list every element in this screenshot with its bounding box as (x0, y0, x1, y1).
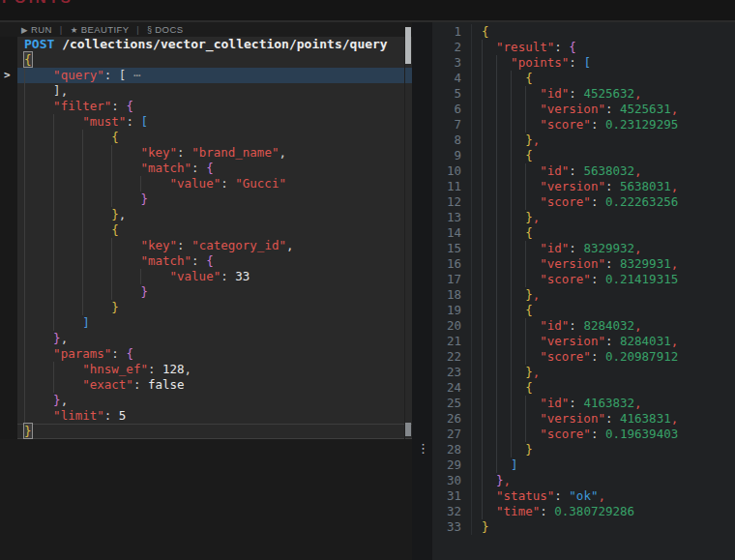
indent-guide (111, 176, 112, 192)
code-line[interactable]: { (17, 130, 412, 145)
indent-guide (525, 102, 526, 117)
response-line[interactable]: 29 ] (432, 457, 735, 473)
response-line[interactable]: 26 "version": 4163831, (432, 411, 735, 427)
response-line[interactable]: 32 "time": 0.380729286 (432, 504, 735, 519)
response-line[interactable]: 23 }, (432, 365, 735, 380)
line-number: 17 (432, 272, 461, 287)
response-line[interactable]: 6 "version": 4525631, (432, 102, 735, 117)
panel-splitter[interactable]: ⋮ (412, 22, 432, 560)
code-line[interactable]: } (17, 192, 412, 207)
response-line[interactable]: 27 "score": 0.19639403 (432, 427, 735, 442)
response-code-lines[interactable]: 1{2 "result": {3 "points": [4 {5 "id": 4… (432, 24, 735, 535)
code-line[interactable]: }, (17, 207, 412, 222)
response-line[interactable]: 22 "score": 0.20987912 (432, 349, 735, 365)
indent-guide (496, 303, 497, 318)
code-line[interactable]: } (17, 300, 412, 315)
fold-ellipsis[interactable]: ⋯ (133, 68, 141, 82)
response-line[interactable]: 19 { (432, 303, 735, 318)
splitter-drag-handle[interactable]: ⋮ (417, 441, 429, 456)
line-number: 22 (432, 349, 461, 365)
code-line[interactable]: } (17, 424, 412, 439)
indent-guide (511, 334, 512, 349)
response-line[interactable]: 28 } (432, 442, 735, 457)
code-token: : (111, 346, 126, 361)
code-line[interactable]: "key": "category_id", (17, 238, 412, 253)
line-number: 19 (432, 303, 461, 318)
code-line[interactable]: ] (17, 315, 412, 331)
response-line[interactable]: 14 { (432, 225, 735, 241)
indent-guide (496, 55, 497, 71)
response-line[interactable]: 11 "version": 5638031, (432, 179, 735, 194)
indent-guide (511, 411, 512, 427)
response-line[interactable]: 33} (432, 519, 735, 535)
code-line[interactable]: "key": "brand_name", (17, 145, 412, 161)
response-line[interactable]: 8 }, (432, 133, 735, 148)
response-line[interactable]: 9 { (432, 148, 735, 163)
line-number: 8 (432, 133, 461, 148)
response-line[interactable]: 21 "version": 8284031, (432, 334, 735, 349)
run-button[interactable]: ▶RUN (21, 24, 52, 35)
scrollbar-thumb[interactable] (405, 27, 411, 64)
code-token: : (605, 334, 620, 348)
indent-guide (511, 442, 512, 457)
toolbar-separator: | (136, 24, 139, 35)
beautify-button[interactable]: ★BEAUTIFY (71, 24, 130, 35)
indent-guide (482, 163, 483, 179)
code-line[interactable]: "value": 33 (17, 269, 412, 284)
code-token: "value" (170, 269, 221, 283)
code-line[interactable]: } (17, 284, 412, 300)
indent-guide (511, 179, 512, 194)
code-line[interactable]: "filter": { (17, 99, 412, 114)
indent-guide (496, 396, 497, 411)
code-line[interactable]: "match": { (17, 253, 412, 269)
request-code-lines[interactable]: {> "query": [ ⋯ ], "filter": { "must": [… (17, 52, 412, 439)
code-line[interactable]: "match": { (17, 161, 412, 176)
response-line[interactable]: 24 { (432, 380, 735, 396)
response-line[interactable]: 2 "result": { (432, 40, 735, 55)
response-line[interactable]: 15 "id": 8329932, (432, 241, 735, 256)
response-line[interactable]: 17 "score": 0.21419315 (432, 272, 735, 287)
indent-guide (24, 145, 25, 161)
code-line[interactable]: { (17, 52, 412, 68)
docs-button[interactable]: §DOCS (147, 24, 183, 35)
code-line[interactable]: ], (17, 83, 412, 99)
line-number: 11 (432, 179, 461, 194)
response-line[interactable]: 1{ (432, 24, 735, 40)
code-text: "score": 0.19639403 (461, 427, 735, 442)
code-text: "time": 0.380729286 (461, 504, 735, 519)
response-line[interactable]: 4 { (432, 71, 735, 86)
response-line[interactable]: 5 "id": 4525632, (432, 86, 735, 102)
response-line[interactable]: 7 "score": 0.23129295 (432, 117, 735, 133)
fold-chevron-icon[interactable]: > (4, 68, 11, 83)
response-line[interactable]: 10 "id": 5638032, (432, 163, 735, 179)
response-line[interactable]: 25 "id": 4163832, (432, 396, 735, 411)
code-line[interactable]: }, (17, 393, 412, 408)
code-line[interactable]: "must": [ (17, 114, 412, 130)
code-token: , (533, 133, 541, 147)
code-line[interactable]: "value": "Gucci" (17, 176, 412, 192)
request-line[interactable]: POST /collections/vector_collection/poin… (17, 37, 388, 52)
indent-guide (53, 377, 54, 393)
response-line[interactable]: 13 }, (432, 210, 735, 225)
code-line[interactable]: "exact": false (17, 377, 412, 393)
indent-guide (496, 179, 497, 194)
indent-guide (140, 176, 141, 192)
response-line[interactable]: 18 }, (432, 287, 735, 303)
request-code-editor[interactable]: POST /collections/vector_collection/poin… (0, 37, 412, 439)
response-line[interactable]: 31 "status": "ok", (432, 488, 735, 504)
response-line[interactable]: 30 }, (432, 473, 735, 488)
response-line[interactable]: 3 "points": [ (432, 55, 735, 71)
response-line[interactable]: 12 "score": 0.22263256 (432, 194, 735, 210)
code-line[interactable]: "hnsw_ef": 128, (17, 362, 412, 377)
indent-guide (511, 194, 512, 210)
indent-guide (82, 130, 83, 145)
code-line[interactable]: "params": { (17, 346, 412, 362)
code-line[interactable]: { (17, 222, 412, 238)
response-line[interactable]: 16 "version": 8329931, (432, 256, 735, 272)
code-line-selected[interactable]: > "query": [ ⋯ (17, 68, 412, 83)
indent-guide (482, 241, 483, 256)
response-line[interactable]: 20 "id": 8284032, (432, 318, 735, 334)
code-line[interactable]: "limit": 5 (17, 408, 412, 424)
code-line[interactable]: }, (17, 331, 412, 346)
indent-guide (496, 194, 497, 210)
